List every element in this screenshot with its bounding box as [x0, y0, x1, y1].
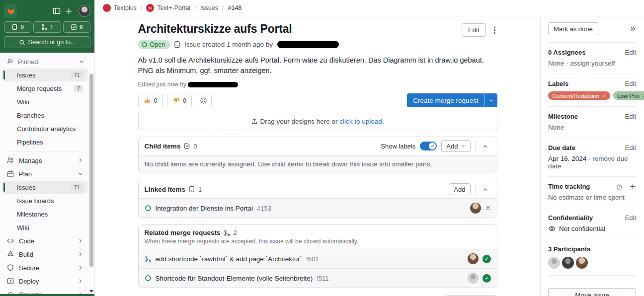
assignee-avatar[interactable] — [468, 253, 479, 264]
participant-avatar[interactable] — [576, 257, 588, 269]
participant-avatar[interactable] — [548, 257, 560, 269]
sidebar-item-label: Milestones — [17, 211, 48, 218]
due-date-edit-button[interactable]: Edit — [625, 144, 636, 151]
show-labels-toggle[interactable] — [420, 142, 437, 150]
labels-section: LabelsEdit Content/Redaktion Low Prio — [548, 74, 636, 106]
sidebar-item-merge-requests[interactable]: Merge requests7 — [2, 82, 87, 95]
child-items-count: 0 — [193, 143, 197, 150]
thumbs-down-icon — [172, 97, 180, 104]
sidebar-item-issues-pinned[interactable]: Issues71 — [2, 69, 87, 81]
linked-items-title: Linked items — [145, 186, 186, 193]
section-label: Deploy — [19, 278, 39, 285]
sidebar-section-plan[interactable]: Plan — [2, 167, 87, 180]
sidebar-section-build[interactable]: Build — [2, 248, 87, 261]
sidebar-item-label: Wiki — [17, 98, 29, 106]
page-title: Architekturskizze aufs Portal — [138, 22, 462, 36]
sidebar-scrollbar[interactable] — [88, 46, 94, 294]
more-actions-button[interactable] — [492, 25, 497, 36]
issue-type-icon — [173, 41, 181, 48]
mr-title[interactable]: Shortcode für Standout-Elemente (volle S… — [156, 275, 313, 282]
issues-icon — [11, 24, 18, 30]
sidebar-item-wiki-pinned[interactable]: Wiki — [2, 95, 87, 108]
sidebar-item-issues[interactable]: Issues71 — [2, 181, 87, 194]
user-avatar[interactable] — [79, 5, 90, 17]
label-content-redaktion[interactable]: Content/Redaktion — [548, 91, 610, 100]
assignee-avatar[interactable] — [468, 273, 479, 284]
linked-item-ref: #153 — [257, 205, 271, 212]
assignee-avatar[interactable] — [470, 203, 481, 214]
sidebar-item-pipelines[interactable]: Pipelines — [2, 136, 87, 148]
thumbs-down-button[interactable]: 0 — [167, 94, 192, 107]
add-time-icon[interactable] — [630, 183, 636, 190]
click-to-upload-link[interactable]: click to upload — [339, 118, 382, 125]
panel-icon — [53, 7, 61, 15]
label-low-prio[interactable]: Low Prio — [613, 91, 644, 100]
add-child-item-button[interactable]: Add — [441, 140, 470, 152]
sidebar-item-wiki[interactable]: Wiki — [2, 221, 87, 234]
sidebar-section-secure[interactable]: Secure — [2, 261, 87, 274]
collapse-sidebar-button[interactable] — [629, 25, 636, 32]
linked-item-title[interactable]: Integration der Dienste ins Portal — [156, 205, 253, 212]
due-date-separator: - — [586, 155, 592, 162]
breadcrumb-issues-link[interactable]: Issues — [200, 4, 218, 11]
breadcrumb-separator: / — [194, 4, 196, 11]
sidebar-section-manage[interactable]: Manage — [2, 154, 87, 167]
sidebar-section-deploy[interactable]: Deploy — [2, 275, 87, 288]
dropzone-suffix: . — [382, 118, 384, 125]
mr-title[interactable]: add shortcode `rawhtml` & add page `Arch… — [156, 255, 303, 263]
show-labels-label: Show labels — [381, 143, 415, 150]
assignees-edit-button[interactable]: Edit — [625, 49, 636, 56]
add-reaction-button[interactable] — [196, 94, 212, 107]
sidebar-item-issue-boards[interactable]: Issue boards — [2, 194, 87, 207]
sidebar-section-code[interactable]: Code — [2, 234, 87, 247]
move-issue-button[interactable]: Move issue — [548, 288, 636, 296]
collapse-child-items-button[interactable] — [480, 141, 491, 151]
breadcrumb-group[interactable]: Textplus — [103, 4, 137, 12]
issues-count: 9 — [20, 24, 24, 31]
due-date-title: Due date — [548, 144, 575, 151]
assigned-issues-button[interactable]: 9 — [4, 21, 31, 33]
scroll-up-arrow[interactable] — [89, 47, 93, 50]
calendar-icon — [6, 170, 14, 178]
scrollbar-thumb[interactable] — [89, 74, 93, 267]
sidebar-item-branches[interactable]: Branches — [2, 109, 87, 122]
project-avatar: T+ — [146, 4, 154, 12]
todo-count: 9 — [80, 24, 83, 31]
pinned-section-header[interactable]: Pinned — [2, 55, 87, 68]
breadcrumb-project[interactable]: T+Text+-Portal — [146, 4, 190, 12]
assignees-value[interactable]: None - assign yourself — [548, 60, 636, 67]
issue-description: Ab v1.0 soll die Architekturskizze aufs … — [138, 55, 497, 75]
related-mrs-subtitle: When these merge requests are accepted, … — [145, 238, 491, 245]
thumbs-up-button[interactable]: 0 — [138, 94, 163, 107]
toggle-sidebar-button[interactable] — [51, 5, 63, 17]
remove-label-icon[interactable] — [602, 94, 606, 98]
create-mr-dropdown-button[interactable] — [485, 93, 497, 107]
remove-link-icon[interactable] — [485, 205, 491, 211]
confidentiality-edit-button[interactable]: Edit — [625, 214, 636, 222]
section-label: Code — [19, 237, 34, 245]
confidentiality-title: Confidentiality — [548, 214, 593, 222]
create-merge-request-split-button: Create merge request — [407, 93, 497, 107]
todos-button[interactable]: 9 — [63, 21, 90, 33]
gitlab-logo[interactable] — [4, 4, 17, 18]
design-dropzone[interactable]: Drag your designs here or click to uploa… — [138, 113, 497, 130]
gitlab-issue-page: 9 1 9 Search or go to... Pinned Issues71… — [0, 0, 644, 296]
labels-edit-button[interactable]: Edit — [625, 80, 636, 87]
sidebar-item-contributor-analytics[interactable]: Contributor analytics — [2, 122, 87, 135]
add-linked-item-button[interactable]: Add — [449, 183, 470, 195]
collapse-linked-items-button[interactable] — [480, 184, 491, 195]
merge-requests-button[interactable]: 1 — [33, 21, 61, 33]
participant-avatar[interactable] — [562, 257, 574, 269]
related-mrs-count: 2 — [234, 229, 237, 236]
breadcrumb: Textplus / T+Text+-Portal / Issues / #14… — [95, 0, 644, 16]
stopwatch-icon[interactable] — [616, 183, 623, 190]
create-new-button[interactable] — [63, 5, 75, 17]
scroll-down-arrow[interactable] — [89, 290, 93, 293]
search-input[interactable]: Search or go to... — [4, 36, 90, 48]
mark-as-done-button[interactable]: Mark as done — [548, 22, 598, 35]
sidebar-item-milestones[interactable]: Milestones — [2, 208, 87, 221]
group-avatar — [103, 4, 111, 12]
create-merge-request-button[interactable]: Create merge request — [407, 93, 484, 107]
milestone-edit-button[interactable]: Edit — [625, 113, 636, 120]
edit-button[interactable]: Edit — [462, 23, 485, 37]
